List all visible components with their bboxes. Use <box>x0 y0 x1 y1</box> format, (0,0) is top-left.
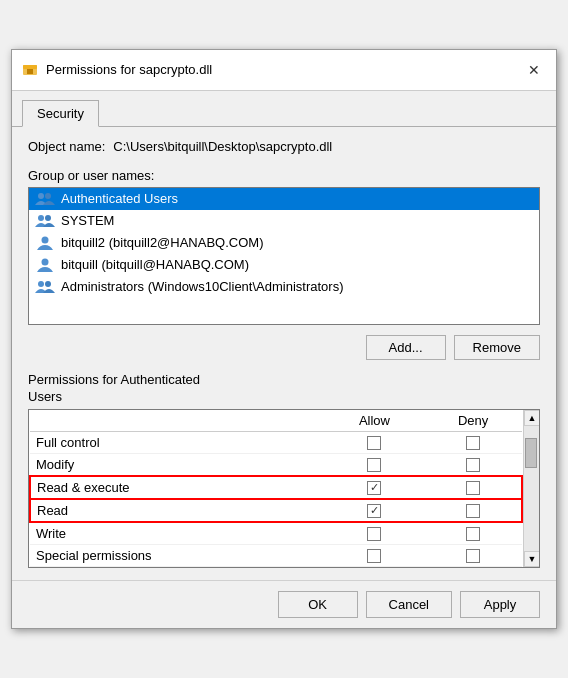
perm-row-write: Write <box>30 522 522 545</box>
svg-point-4 <box>45 193 51 199</box>
allow-modify[interactable] <box>367 458 381 472</box>
svg-rect-1 <box>23 65 37 69</box>
perm-name-write: Write <box>30 522 325 545</box>
allow-full-control[interactable] <box>367 436 381 450</box>
deny-read-execute[interactable] <box>466 481 480 495</box>
scroll-thumb[interactable] <box>525 438 537 468</box>
dialog-footer: OK Cancel Apply <box>12 580 556 628</box>
user-item-authenticated[interactable]: Authenticated Users <box>29 188 539 210</box>
user-label-bitquill: bitquill (bitquill@HANABQ.COM) <box>61 257 249 272</box>
add-remove-row: Add... Remove <box>28 335 540 360</box>
user-icon-bitquill <box>35 257 55 273</box>
scroll-up-arrow[interactable]: ▲ <box>524 410 540 426</box>
svg-point-7 <box>42 236 49 243</box>
perm-name-read: Read <box>30 499 325 522</box>
perm-row-modify: Modify <box>30 454 522 477</box>
group-users-label: Group or user names: <box>28 168 540 183</box>
group-icon-authenticated <box>35 191 55 207</box>
deny-special[interactable] <box>466 549 480 563</box>
col-header-permission <box>30 410 325 432</box>
permissions-scrollbar[interactable]: ▲ ▼ <box>523 410 539 567</box>
allow-read[interactable] <box>367 504 381 518</box>
user-label-administrators: Administrators (Windows10Client\Administ… <box>61 279 343 294</box>
dialog-body: Object name: C:\Users\bitquill\Desktop\s… <box>12 127 556 581</box>
svg-point-8 <box>42 258 49 265</box>
apply-button[interactable]: Apply <box>460 591 540 618</box>
perm-name-special: Special permissions <box>30 545 325 567</box>
group-icon-system <box>35 213 55 229</box>
object-name-value: C:\Users\bitquill\Desktop\sapcrypto.dll <box>113 139 332 154</box>
allow-special[interactable] <box>367 549 381 563</box>
perm-row-read-execute: Read & execute <box>30 476 522 499</box>
cancel-button[interactable]: Cancel <box>366 591 452 618</box>
perm-row-full-control: Full control <box>30 432 522 454</box>
user-label-authenticated: Authenticated Users <box>61 191 178 206</box>
svg-point-10 <box>45 281 51 287</box>
deny-modify[interactable] <box>466 458 480 472</box>
svg-point-9 <box>38 281 44 287</box>
add-button[interactable]: Add... <box>366 335 446 360</box>
remove-button[interactable]: Remove <box>454 335 540 360</box>
svg-rect-2 <box>27 69 33 74</box>
col-header-allow: Allow <box>325 410 424 432</box>
dialog-title: Permissions for sapcrypto.dll <box>46 62 514 77</box>
deny-read[interactable] <box>466 504 480 518</box>
permissions-dialog: Permissions for sapcrypto.dll ✕ Security… <box>11 49 557 630</box>
perm-row-special: Special permissions <box>30 545 522 567</box>
deny-write[interactable] <box>466 527 480 541</box>
svg-point-3 <box>38 193 44 199</box>
permissions-table-wrapper: Allow Deny Full control <box>28 409 540 568</box>
dialog-icon <box>22 62 38 78</box>
user-list[interactable]: Authenticated Users SYSTEM <box>28 187 540 325</box>
permissions-section-label: Permissions for Authenticated Users <box>28 372 540 406</box>
object-name-label: Object name: <box>28 139 105 154</box>
perm-row-read: Read <box>30 499 522 522</box>
object-name-row: Object name: C:\Users\bitquill\Desktop\s… <box>28 139 540 154</box>
user-item-bitquill2[interactable]: bitquill2 (bitquill2@HANABQ.COM) <box>29 232 539 254</box>
allow-read-execute[interactable] <box>367 481 381 495</box>
scroll-down-arrow[interactable]: ▼ <box>524 551 540 567</box>
user-label-system: SYSTEM <box>61 213 114 228</box>
col-header-deny: Deny <box>424 410 522 432</box>
user-label-bitquill2: bitquill2 (bitquill2@HANABQ.COM) <box>61 235 263 250</box>
deny-full-control[interactable] <box>466 436 480 450</box>
title-bar: Permissions for sapcrypto.dll ✕ <box>12 50 556 91</box>
tab-security[interactable]: Security <box>22 100 99 127</box>
user-icon-bitquill2 <box>35 235 55 251</box>
close-button[interactable]: ✕ <box>522 58 546 82</box>
allow-write[interactable] <box>367 527 381 541</box>
perm-name-full-control: Full control <box>30 432 325 454</box>
user-item-bitquill[interactable]: bitquill (bitquill@HANABQ.COM) <box>29 254 539 276</box>
permissions-table: Allow Deny Full control <box>29 410 523 567</box>
ok-button[interactable]: OK <box>278 591 358 618</box>
tab-bar: Security <box>12 91 556 127</box>
perm-name-read-execute: Read & execute <box>30 476 325 499</box>
perm-name-modify: Modify <box>30 454 325 477</box>
group-icon-administrators <box>35 279 55 295</box>
svg-point-6 <box>45 215 51 221</box>
svg-point-5 <box>38 215 44 221</box>
scroll-track[interactable] <box>524 426 539 551</box>
user-item-system[interactable]: SYSTEM <box>29 210 539 232</box>
user-item-administrators[interactable]: Administrators (Windows10Client\Administ… <box>29 276 539 298</box>
